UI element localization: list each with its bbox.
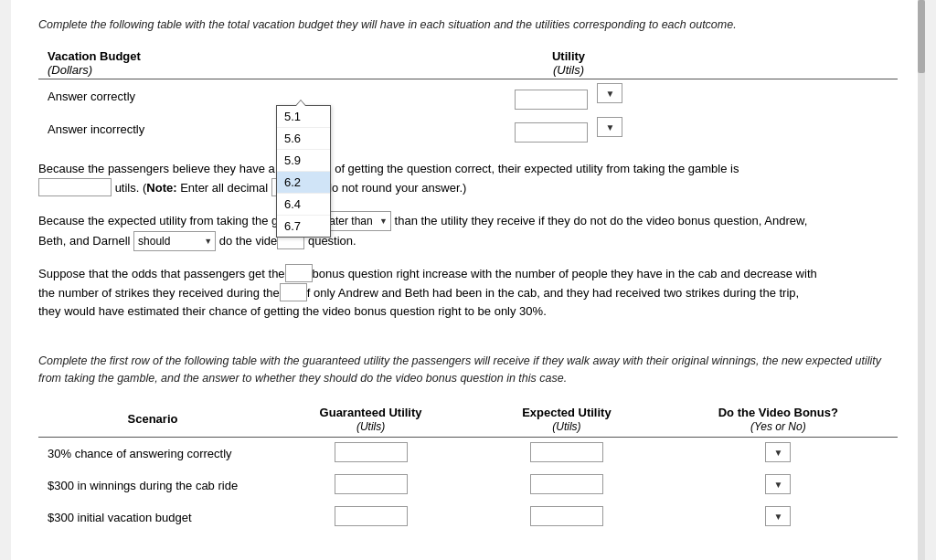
answer-correctly-label: Answer correctly <box>38 79 239 113</box>
scenario-label-2: $300 in winnings during the cab ride <box>38 470 267 502</box>
bottom-row2-guaranteed <box>267 470 474 502</box>
bottom-table-row: $300 in winnings during the cab ride <box>38 470 898 502</box>
para1-text2: nce of getting the question correct, the… <box>313 162 739 175</box>
bottom-row2-dovideo <box>659 470 898 502</box>
scenario-label-3: $300 initial vacation budget <box>38 502 267 534</box>
answer-correctly-cells <box>239 79 898 113</box>
col1-header: Vacation Budget (Dollars) <box>38 48 239 79</box>
bottom-row3-guaranteed <box>267 502 474 534</box>
bottom-instruction: Complete the first row of the following … <box>38 353 898 387</box>
answer-incorrectly-label: Answer incorrectly <box>38 113 239 147</box>
paragraph3: Suppose that the odds that passengers ge… <box>38 264 898 322</box>
bottom-r1-eu-input[interactable] <box>530 442 603 462</box>
para2-text2: than the utility they receive if they do… <box>395 213 808 227</box>
para1-input2[interactable] <box>38 178 112 196</box>
scenario-label-1: 30% chance of answering correctly <box>38 437 267 470</box>
scrollbar-thumb[interactable] <box>918 0 925 73</box>
dp-item-56[interactable]: 5.6 <box>277 128 330 150</box>
para3-text1: Suppose that the odds that passengers ge… <box>38 266 285 280</box>
bottom-r3-eu-input[interactable] <box>530 506 603 526</box>
bottom-r2-eu-input[interactable] <box>530 474 603 494</box>
bottom-table-row: $300 initial vacation budget <box>38 502 898 534</box>
dp-item-59[interactable]: 5.9 <box>277 150 330 172</box>
para2-text1: Because the expected utility from taking… <box>38 213 278 227</box>
bottom-row3-dovideo <box>659 502 898 534</box>
para2-dropdown2-container: should should not ▼ <box>133 231 216 251</box>
bottom-row3-expected <box>474 502 659 534</box>
answer-correctly-dropdown[interactable] <box>597 83 622 103</box>
paragraph1: Because the passengers believe they have… <box>38 159 898 198</box>
bottom-row1-dovideo <box>659 437 898 470</box>
para2-text3: Beth, and Darnell <box>38 233 130 247</box>
page-container: Complete the following table with the to… <box>11 0 925 560</box>
para3-input2[interactable] <box>280 283 307 301</box>
para1-text3: utils. (Note: Enter all decimal <box>115 181 269 195</box>
bottom-table: Scenario Guaranteed Utility (Utils) Expe… <box>38 402 898 534</box>
para1-text1: Because the passengers believe they have… <box>38 162 285 175</box>
para3-text5: they would have estimated their chance o… <box>38 304 547 318</box>
bottom-row2-expected <box>474 470 659 502</box>
table-row: Answer incorrectly <box>38 113 898 147</box>
table-row: Answer correctly <box>38 79 898 113</box>
dp-item-51[interactable]: 5.1 <box>277 106 330 128</box>
para3-input1[interactable] <box>285 264 313 282</box>
answer-incorrectly-input[interactable] <box>515 122 588 143</box>
col2-header: Utility (Utils) <box>239 48 898 79</box>
dp-item-62[interactable]: 6.2 <box>277 172 330 194</box>
dp-item-64[interactable]: 6.4 <box>277 194 330 216</box>
scrollbar-track <box>918 0 925 560</box>
para3-text4: f only Andrew and Beth had been in the c… <box>307 286 799 300</box>
para2-text4: do the vide <box>219 233 278 247</box>
bottom-row1-expected <box>474 437 659 470</box>
bottom-r3-gu-input[interactable] <box>335 506 408 526</box>
dropdown-popup: 5.1 5.6 5.9 6.2 6.4 6.7 <box>276 105 331 238</box>
bottom-col3-header: Expected Utility (Utils) <box>474 402 659 438</box>
bottom-r3-video-dropdown[interactable] <box>765 506 791 526</box>
bottom-r1-video-dropdown[interactable] <box>765 442 791 462</box>
bottom-table-row: 30% chance of answering correctly <box>38 437 898 470</box>
para3-text3: the number of strikes they received duri… <box>38 286 280 300</box>
para3-text2: bonus question right increase with the n… <box>313 266 817 280</box>
bottom-r2-video-dropdown[interactable] <box>765 474 791 494</box>
dp-item-67[interactable]: 6.7 <box>277 216 330 237</box>
answer-correctly-input[interactable] <box>515 90 588 110</box>
bottom-r1-gu-input[interactable] <box>335 442 408 462</box>
paragraph2: Because the expected utility from taking… <box>38 211 898 251</box>
answer-incorrectly-cells <box>239 113 898 147</box>
vacation-table: Vacation Budget (Dollars) Utility (Utils… <box>38 48 898 146</box>
top-instruction: Complete the following table with the to… <box>38 18 898 31</box>
bottom-row1-guaranteed <box>267 437 474 470</box>
bottom-col1-header: Scenario <box>38 402 267 438</box>
bottom-r2-gu-input[interactable] <box>335 474 408 494</box>
bottom-col2-header: Guaranteed Utility (Utils) <box>267 402 474 438</box>
spacer <box>38 334 898 353</box>
bottom-col4-header: Do the Video Bonus? (Yes or No) <box>659 402 898 438</box>
answer-incorrectly-dropdown[interactable] <box>597 117 622 137</box>
para2-dropdown2[interactable]: should should not <box>133 231 216 251</box>
